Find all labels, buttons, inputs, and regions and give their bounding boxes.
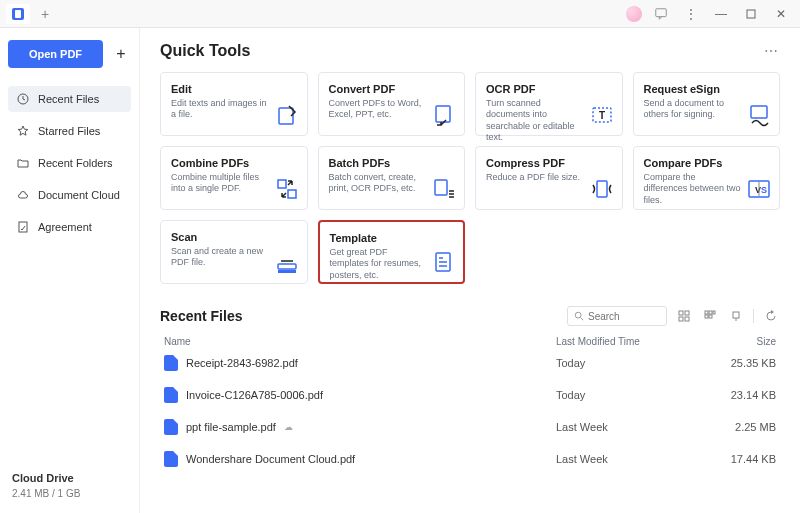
- card-title: Scan: [171, 231, 297, 243]
- svg-rect-3: [747, 10, 755, 18]
- card-icon: [590, 177, 614, 201]
- profile-avatar[interactable]: [626, 6, 642, 22]
- sidebar-item-label: Document Cloud: [38, 189, 120, 201]
- sidebar-item-label: Starred Files: [38, 125, 100, 137]
- card-icon: [432, 103, 456, 127]
- card-icon: T: [590, 103, 614, 127]
- file-size: 17.44 KB: [716, 453, 776, 465]
- svg-rect-28: [713, 311, 715, 314]
- tool-card-batch-pdfs[interactable]: Batch PDFsBatch convert, create, print, …: [318, 146, 466, 210]
- svg-rect-25: [685, 317, 689, 321]
- card-icon: [275, 103, 299, 127]
- svg-rect-23: [685, 311, 689, 315]
- titlebar: + ⋮ — ✕: [0, 0, 800, 28]
- svg-rect-11: [278, 180, 286, 188]
- svg-rect-14: [597, 181, 607, 197]
- file-modified: Last Week: [556, 421, 716, 433]
- view-grid-large-icon[interactable]: [675, 307, 693, 325]
- window-maximize[interactable]: [740, 3, 762, 25]
- svg-point-21: [575, 312, 581, 318]
- pdf-icon: [164, 451, 178, 467]
- sidebar-item-recent-files[interactable]: Recent Files: [8, 86, 131, 112]
- tool-card-template[interactable]: TemplateGet great PDF templates for resu…: [318, 220, 466, 284]
- file-modified: Today: [556, 389, 716, 401]
- clock-icon: [16, 92, 30, 106]
- card-icon: [432, 177, 456, 201]
- card-title: Compare PDFs: [644, 157, 770, 169]
- card-title: Combine PDFs: [171, 157, 297, 169]
- file-row[interactable]: ppt file-sample.pdf ☁Last Week2.25 MB: [160, 411, 780, 443]
- card-icon: [747, 103, 771, 127]
- sidebar-item-recent-folders[interactable]: Recent Folders: [8, 150, 131, 176]
- cloud-status-icon: ☁: [284, 422, 293, 432]
- svg-rect-7: [436, 106, 450, 122]
- file-size: 2.25 MB: [716, 421, 776, 433]
- more-icon[interactable]: ⋯: [764, 43, 780, 59]
- search-input[interactable]: [588, 311, 658, 322]
- svg-rect-13: [435, 180, 447, 195]
- card-title: Convert PDF: [329, 83, 455, 95]
- sidebar-item-agreement[interactable]: Agreement: [8, 214, 131, 240]
- search-field[interactable]: [567, 306, 667, 326]
- svg-rect-12: [288, 190, 296, 198]
- column-name[interactable]: Name: [164, 336, 556, 347]
- open-pdf-button[interactable]: Open PDF: [8, 40, 103, 68]
- file-row[interactable]: Invoice-C126A785-0006.pdfToday23.14 KB: [160, 379, 780, 411]
- svg-rect-26: [705, 311, 708, 314]
- file-row[interactable]: Receipt-2843-6982.pdfToday25.35 KB: [160, 347, 780, 379]
- quick-tools-heading: Quick Tools: [160, 42, 250, 60]
- svg-rect-19: [278, 270, 296, 273]
- card-title: Batch PDFs: [329, 157, 455, 169]
- refresh-icon[interactable]: [762, 307, 780, 325]
- file-name: ppt file-sample.pdf: [186, 421, 276, 433]
- file-modified: Last Week: [556, 453, 716, 465]
- tool-card-compress-pdf[interactable]: Compress PDFReduce a PDF file size.: [475, 146, 623, 210]
- tool-card-request-esign[interactable]: Request eSignSend a document to others f…: [633, 72, 781, 136]
- file-size: 25.35 KB: [716, 357, 776, 369]
- sidebar: Open PDF + Recent Files Starred Files Re…: [0, 28, 140, 513]
- card-title: Edit: [171, 83, 297, 95]
- tool-card-compare-pdfs[interactable]: Compare PDFsCompare the differences betw…: [633, 146, 781, 210]
- card-title: Request eSign: [644, 83, 770, 95]
- tool-card-edit[interactable]: EditEdit texts and images in a file.: [160, 72, 308, 136]
- card-icon: [275, 177, 299, 201]
- star-icon: [16, 124, 30, 138]
- window-minimize[interactable]: —: [710, 3, 732, 25]
- file-name: Wondershare Document Cloud.pdf: [186, 453, 355, 465]
- tool-card-ocr-pdf[interactable]: OCR PDFTurn scanned documents into searc…: [475, 72, 623, 136]
- svg-rect-22: [679, 311, 683, 315]
- file-name: Invoice-C126A785-0006.pdf: [186, 389, 323, 401]
- file-name: Receipt-2843-6982.pdf: [186, 357, 298, 369]
- app-tab[interactable]: [6, 4, 30, 24]
- sidebar-item-label: Recent Folders: [38, 157, 113, 169]
- svg-rect-10: [751, 106, 767, 118]
- svg-text:T: T: [598, 110, 604, 121]
- window-close[interactable]: ✕: [770, 3, 792, 25]
- pin-icon[interactable]: [727, 307, 745, 325]
- agreement-icon: [16, 220, 30, 234]
- view-grid-small-icon[interactable]: [701, 307, 719, 325]
- column-modified[interactable]: Last Modified Time: [556, 336, 716, 347]
- file-row[interactable]: Wondershare Document Cloud.pdfLast Week1…: [160, 443, 780, 475]
- recent-files-heading: Recent Files: [160, 308, 242, 324]
- sidebar-item-starred-files[interactable]: Starred Files: [8, 118, 131, 144]
- cloud-drive-quota: 2.41 MB / 1 GB: [12, 488, 127, 499]
- feedback-icon[interactable]: [650, 3, 672, 25]
- add-button[interactable]: +: [111, 44, 131, 64]
- file-modified: Today: [556, 357, 716, 369]
- card-title: Template: [330, 232, 454, 244]
- tool-card-combine-pdfs[interactable]: Combine PDFsCombine multiple files into …: [160, 146, 308, 210]
- new-tab-button[interactable]: +: [33, 4, 57, 24]
- tool-card-convert-pdf[interactable]: Convert PDFConvert PDFs to Word, Excel, …: [318, 72, 466, 136]
- kebab-menu-icon[interactable]: ⋮: [680, 3, 702, 25]
- column-size[interactable]: Size: [716, 336, 776, 347]
- folder-icon: [16, 156, 30, 170]
- main-content: Quick Tools ⋯ EditEdit texts and images …: [140, 28, 800, 513]
- svg-rect-5: [19, 222, 27, 232]
- card-icon: VS: [747, 177, 771, 201]
- sidebar-item-label: Agreement: [38, 221, 92, 233]
- card-title: OCR PDF: [486, 83, 612, 95]
- tool-card-scan[interactable]: ScanScan and create a new PDF file.: [160, 220, 308, 284]
- sidebar-item-document-cloud[interactable]: Document Cloud: [8, 182, 131, 208]
- svg-rect-30: [709, 315, 712, 318]
